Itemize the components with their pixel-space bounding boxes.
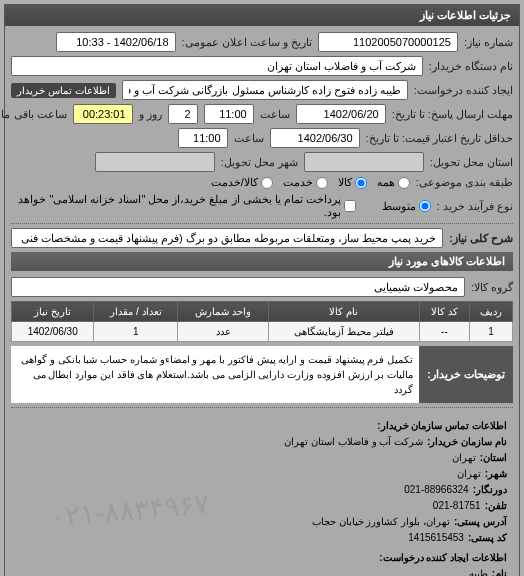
buyer-org-label: نام دستگاه خریدار: — [429, 60, 513, 73]
deadline-date-field[interactable] — [296, 104, 386, 124]
buy-type-label: نوع فرآیند خرید : — [437, 200, 513, 213]
creator-label: ایجاد کننده درخواست: — [414, 84, 513, 97]
goods-table: ردیف کد کالا نام کالا واحد شمارش تعداد /… — [11, 301, 513, 342]
contact-org-value: شرکت آب و فاضلاب استان تهران — [284, 434, 423, 450]
request-no-label: شماره نیاز: — [464, 36, 513, 49]
validity-time-label: ساعت — [234, 132, 264, 145]
validity-date-field[interactable] — [270, 128, 360, 148]
radio-service-label: خدمت — [283, 176, 313, 189]
announce-date-label: تاریخ و ساعت اعلان عمومی: — [182, 36, 312, 49]
cell-qty: 1 — [94, 322, 178, 342]
radio-goods[interactable] — [355, 177, 367, 189]
deadline-time-field[interactable] — [204, 104, 254, 124]
th-unit: واحد شمارش — [178, 302, 268, 322]
contact-info-button[interactable]: اطلاعات تماس خریدار — [11, 83, 116, 98]
goods-group-field[interactable] — [11, 277, 465, 297]
contact-province-value: تهران — [452, 450, 476, 466]
panel-header: جزئیات اطلاعات نیاز — [5, 5, 519, 26]
cell-code: -- — [419, 322, 469, 342]
th-date: تاریخ نیاز — [12, 302, 94, 322]
radio-medium-label: متوسط — [382, 200, 416, 213]
notes-content: تکمیل فرم پیشنهاد قیمت و ارایه پیش فاکتو… — [11, 346, 419, 403]
delivery-state-label: استان محل تحویل: — [430, 156, 513, 169]
contact-section: اطلاعات تماس سازمان خریدار: نام سازمان خ… — [11, 412, 513, 576]
goods-section-header: اطلاعات کالاهای مورد نیاز — [11, 252, 513, 271]
deadline-days-label: روز و — [139, 108, 162, 121]
creator-contact-title: اطلاعات ایجاد کننده درخواست: — [17, 550, 507, 566]
classification-radio-group: همه کالا خدمت کالا/خدمت — [211, 176, 410, 189]
checkbox-partial-payment[interactable] — [344, 200, 356, 212]
cell-unit: عدد — [178, 322, 268, 342]
validity-time-field[interactable] — [178, 128, 228, 148]
contact-address-label: آدرس پستی: — [454, 514, 507, 530]
contact-phone-value: 021-81751 — [433, 498, 481, 514]
radio-goods-label: کالا — [338, 176, 352, 189]
contact-address-value: تهران، بلوار کشاورز خیابان حجاب — [312, 514, 450, 530]
radio-goods-service-label: کالا/خدمت — [211, 176, 258, 189]
delivery-city-field[interactable] — [95, 152, 215, 172]
delivery-state-field[interactable] — [304, 152, 424, 172]
description-label: شرح کلی نیاز: — [449, 232, 513, 245]
radio-medium[interactable] — [419, 200, 431, 212]
checkbox-partial-label: پرداخت تمام یا بخشی از مبلغ خرید،از محل … — [11, 193, 341, 219]
contact-fax-label: دورنگار: — [473, 482, 507, 498]
contact-province-label: استان: — [480, 450, 507, 466]
contact-phone-label: تلفن: — [485, 498, 507, 514]
deadline-label: مهلت ارسال پاسخ: تا تاریخ: — [392, 108, 513, 121]
contact-city-label: شهر: — [485, 466, 507, 482]
validity-label: حداقل تاریخ اعتبار قیمت: تا تاریخ: — [366, 132, 513, 145]
deadline-time-label: ساعت — [260, 108, 290, 121]
divider — [11, 407, 513, 408]
th-name: نام کالا — [268, 302, 419, 322]
goods-group-label: گروه کالا: — [471, 281, 513, 294]
delivery-city-label: شهر محل تحویل: — [221, 156, 298, 169]
creator-name-value: طیبه — [469, 566, 488, 576]
request-no-field[interactable] — [318, 32, 458, 52]
buyer-org-field[interactable] — [11, 56, 423, 76]
contact-city-value: تهران — [457, 466, 481, 482]
th-qty: تعداد / مقدار — [94, 302, 178, 322]
radio-all[interactable] — [398, 177, 410, 189]
description-field[interactable] — [11, 228, 443, 248]
remaining-time-field — [73, 104, 133, 124]
contact-title: اطلاعات تماس سازمان خریدار: — [17, 418, 507, 434]
contact-fax-value: 021-88966324 — [404, 482, 469, 498]
radio-all-label: همه — [377, 176, 395, 189]
radio-goods-service[interactable] — [261, 177, 273, 189]
contact-postal-label: کد پستی: — [468, 530, 507, 546]
remaining-label: ساعت باقی مانده — [0, 108, 67, 121]
contact-postal-value: 1415615453 — [408, 530, 464, 546]
radio-service[interactable] — [316, 177, 328, 189]
creator-name-label: نام: — [492, 566, 507, 576]
cell-name: فیلتر محیط آزمایشگاهی — [268, 322, 419, 342]
divider — [11, 223, 513, 224]
classification-label: طبقه بندی موضوعی: — [416, 176, 513, 189]
announce-date-field[interactable] — [56, 32, 176, 52]
contact-org-label: نام سازمان خریدار: — [427, 434, 507, 450]
th-code: کد کالا — [419, 302, 469, 322]
cell-row: 1 — [469, 322, 512, 342]
cell-date: 1402/06/30 — [12, 322, 94, 342]
th-row: ردیف — [469, 302, 512, 322]
deadline-days-field[interactable] — [168, 104, 198, 124]
notes-label: توضیحات خریدار: — [419, 346, 513, 403]
creator-field[interactable] — [122, 80, 408, 100]
table-row[interactable]: 1 -- فیلتر محیط آزمایشگاهی عدد 1 1402/06… — [12, 322, 513, 342]
